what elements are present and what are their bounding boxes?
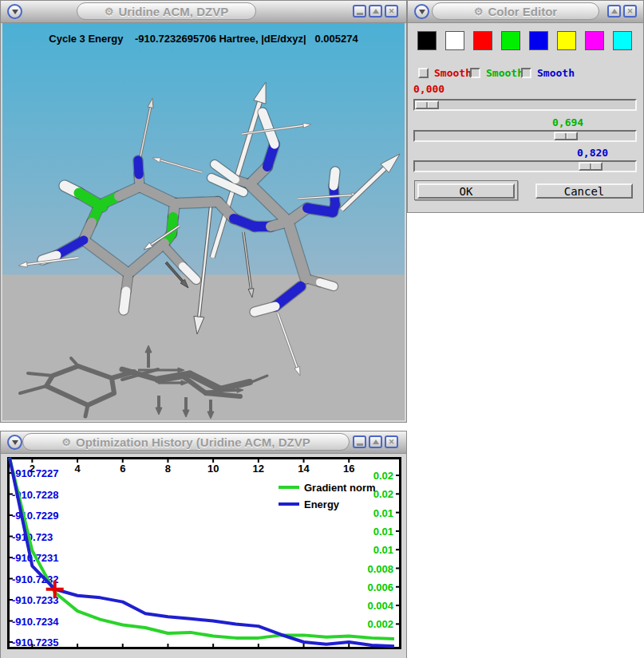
ok-button[interactable]: OK — [417, 183, 515, 199]
color-slider-2[interactable] — [413, 160, 637, 172]
optimization-chart: 246810121416-910.7227-910.7228-910.7229-… — [1, 454, 406, 658]
slider-value-2: 0,820 — [577, 147, 608, 159]
smooth-checkbox-row-2: Smooth — [521, 67, 575, 79]
color-swatch-3[interactable] — [501, 31, 520, 50]
slider-thumb-1[interactable] — [554, 132, 578, 140]
viewer-window-title: Uridine ACM, DZVP — [118, 5, 228, 18]
minimize-icon — [357, 13, 363, 15]
molecule-shadow — [20, 345, 267, 419]
energy-tick-label: -910.7232 — [12, 573, 59, 585]
chevron-down-icon — [12, 440, 18, 445]
gradient-tick-label: 0.004 — [367, 600, 393, 612]
smooth-checkbox-label-0: Smooth — [434, 67, 472, 79]
close-icon: ✕ — [627, 7, 634, 15]
smooth-checkbox-label-1: Smooth — [486, 67, 523, 79]
cancel-button[interactable]: Cancel — [535, 183, 633, 199]
gradient-arrows-back — [140, 82, 266, 334]
optimization-history-window: ⚙ Optimization History (Uridine ACM, DZV… — [0, 431, 407, 658]
x-tick-label: 4 — [74, 463, 81, 475]
x-tick-label: 14 — [298, 463, 310, 475]
chevron-down-icon — [12, 10, 18, 14]
minimize-button[interactable] — [353, 435, 366, 448]
energy-tick-label: -910.7227 — [12, 467, 59, 479]
molecule-3d-viewport[interactable]: Cycle 3 Energy -910.7232695706 Hartree, … — [2, 23, 405, 420]
history-window-title: Optimization History (Uridine ACM, DZVP — [76, 435, 310, 449]
color-slider-1[interactable] — [413, 130, 637, 142]
window-menu-button[interactable] — [414, 4, 429, 19]
color-swatch-4[interactable] — [529, 31, 548, 50]
minimize-icon — [357, 443, 363, 446]
thumb-divider — [426, 102, 429, 108]
gradient-tick-label: 0.02 — [373, 470, 393, 482]
chevron-down-icon — [419, 10, 425, 14]
maximize-button[interactable] — [369, 5, 382, 18]
color-slider-0[interactable] — [413, 99, 637, 111]
molecule-3d-view — [2, 23, 405, 420]
x-tick-label: 10 — [207, 463, 219, 475]
history-titlebar[interactable]: ⚙ Optimization History (Uridine ACM, DZV… — [1, 431, 406, 454]
slider-thumb-2[interactable] — [579, 162, 603, 171]
x-tick-label: 16 — [343, 463, 354, 475]
gradient-tick-label: 0.002 — [367, 618, 393, 630]
gradient-tick-label: 0.008 — [367, 563, 393, 575]
slider-thumb-0[interactable] — [415, 100, 439, 109]
thumb-divider — [590, 164, 592, 169]
molecule-viewer-window: ⚙ Uridine ACM, DZVP ✕ Cycle 3 Energy -91… — [0, 0, 407, 423]
minimize-button[interactable] — [353, 5, 366, 18]
smooth-checkbox-0[interactable] — [418, 68, 429, 78]
energy-tick-label: -910.7234 — [12, 616, 59, 628]
energy-tick-label: -910.7229 — [12, 510, 59, 522]
history-title-pill[interactable]: ⚙ Optimization History (Uridine ACM, DZV… — [22, 433, 350, 451]
x-tick-label: 6 — [120, 463, 125, 475]
legend-label: Energy — [304, 498, 340, 510]
viewer-title-pill[interactable]: ⚙ Uridine ACM, DZVP — [77, 2, 256, 20]
x-tick-label: 8 — [165, 463, 171, 475]
color-swatch-6[interactable] — [585, 31, 604, 50]
close-button[interactable]: ✕ — [385, 435, 398, 448]
close-icon: ✕ — [389, 7, 395, 15]
energy-tick-label: -910.7235 — [12, 636, 59, 648]
energy-tick-label: -910.723 — [12, 531, 53, 543]
color-swatch-7[interactable] — [613, 31, 632, 50]
maximize-icon — [373, 439, 379, 444]
color-editor-titlebar[interactable]: ⚙ Color Editor ✕ — [408, 1, 643, 23]
gradient-tick-label: 0.01 — [373, 507, 393, 519]
gear-icon: ⚙ — [105, 6, 114, 18]
gradient-tick-label: 0.01 — [373, 544, 393, 556]
gear-icon: ⚙ — [61, 436, 71, 448]
smooth-checkbox-label-2: Smooth — [537, 67, 575, 79]
maximize-icon — [611, 9, 618, 14]
gradient-tick-label: 0.02 — [373, 488, 393, 500]
slider-value-1: 0,694 — [552, 116, 583, 128]
gradient-tick-label: 0.006 — [367, 581, 393, 593]
color-editor-window-title: Color Editor — [488, 5, 557, 18]
color-swatch-0[interactable] — [417, 31, 437, 50]
color-editor-window: ⚙ Color Editor ✕ SmoothSmoothSmooth0,000… — [407, 0, 644, 213]
smooth-checkbox-1[interactable] — [470, 68, 480, 78]
close-button[interactable]: ✕ — [623, 5, 637, 18]
color-swatch-1[interactable] — [445, 31, 464, 50]
smooth-checkbox-2[interactable] — [521, 68, 531, 78]
window-menu-button[interactable] — [7, 4, 22, 19]
viewer-titlebar[interactable]: ⚙ Uridine ACM, DZVP ✕ — [1, 1, 406, 23]
energy-tick-label: -910.7233 — [12, 594, 59, 606]
color-editor-title-pill[interactable]: ⚙ Color Editor — [432, 2, 599, 20]
molecule-sticks — [42, 112, 335, 312]
thumb-divider — [565, 133, 567, 139]
close-button[interactable]: ✕ — [385, 5, 398, 18]
maximize-button[interactable] — [369, 435, 382, 448]
legend-label: Gradient norm — [304, 482, 376, 494]
gradient-tick-label: 0.01 — [373, 526, 393, 538]
maximize-icon — [373, 9, 379, 14]
smooth-checkbox-row-0: Smooth — [418, 67, 472, 79]
x-tick-label: 12 — [253, 463, 264, 475]
slider-value-0: 0,000 — [413, 83, 444, 95]
gear-icon: ⚙ — [474, 6, 484, 18]
maximize-button[interactable] — [607, 5, 621, 18]
smooth-checkbox-row-1: Smooth — [470, 67, 523, 79]
color-swatch-5[interactable] — [557, 31, 576, 50]
window-menu-button[interactable] — [7, 435, 22, 450]
close-icon: ✕ — [389, 438, 395, 446]
color-swatch-2[interactable] — [473, 31, 492, 50]
cycle-energy-status: Cycle 3 Energy -910.7232695706 Hartree, … — [2, 33, 405, 45]
